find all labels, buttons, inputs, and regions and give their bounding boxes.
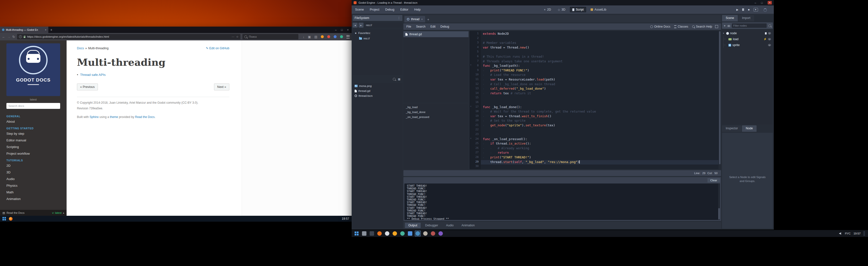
node-search-icon[interactable] [768,24,771,27]
code-line[interactable]: ›print("START THREAD!") [481,156,719,160]
url-input[interactable] [27,35,230,38]
script-icon[interactable] [765,32,767,34]
browser-search-input[interactable] [249,35,297,38]
code-line[interactable] [481,36,719,41]
eye-icon[interactable] [768,32,771,34]
code-line[interactable] [481,128,719,133]
theme-link[interactable]: theme [110,115,118,119]
file-item-mona-png[interactable]: mona.png [352,84,402,89]
code-line[interactable]: # This function runs in a thread! [481,55,719,59]
sphinx-link[interactable]: Sphinx [90,115,99,119]
workspace-3d[interactable]: ◇3D [555,7,568,12]
dock-tab-scene[interactable]: Scene [722,15,738,22]
code-line[interactable]: extends Node2D [481,32,719,36]
godot-minimize-button[interactable]: – [754,1,756,4]
code-line[interactable]: # Threads always take one userdata argum… [481,59,719,64]
taskbar-media-player[interactable] [430,231,436,236]
dock-tab-import[interactable]: Import [738,15,754,22]
code-line[interactable]: ›# Wait for the thread to complete, get … [481,110,719,114]
dock-menu-icon[interactable]: ⋮ [398,16,400,20]
code-line[interactable]: ››return [481,151,719,156]
close-button[interactable]: × [347,28,349,31]
code-line[interactable]: func _on_load_pressed(): [481,137,719,142]
right-clock[interactable]: 19:57 [854,232,861,235]
bookmark-star-icon[interactable]: ☆ [236,35,239,38]
signal-icon[interactable]: ⚡ [764,38,767,40]
scene-node-sprite[interactable]: sprite [722,42,773,48]
code-line[interactable]: ›return tex # return it [481,91,719,96]
function-item--bg-load-done[interactable]: _bg_load_done [403,110,468,114]
code-line[interactable]: ›# Call _bg_load_done on main thread [481,82,719,87]
editor-scrollbar[interactable] [719,31,721,169]
help-link-search-help[interactable]: Search Help [692,25,712,28]
script-menu-debug[interactable]: Debug [440,25,449,28]
code-line[interactable]: ›# Load the resource [481,73,719,77]
code-line[interactable]: var thread = Thread.new() [481,45,719,50]
taskbar-inkscape[interactable] [400,231,405,236]
script-menu-search[interactable]: Search [416,25,425,28]
taskbar-file-manager[interactable] [361,231,367,236]
downloads-icon[interactable]: ↓ [303,35,305,39]
editor-scrollbar-thumb[interactable] [719,31,720,164]
read-the-docs-link[interactable]: Read the Docs [135,115,155,119]
fold-icon[interactable]: ▾ [470,64,471,66]
taskbar-image-viewer[interactable] [384,231,390,236]
edit-on-github-link[interactable]: ✎ Edit on GitHub [206,46,229,50]
code-line[interactable]: ›print("THREAD FUNC!") [481,68,719,73]
browser-search-bar[interactable] [242,34,299,39]
sidebar-item-animation[interactable]: Animation [0,196,67,202]
library-icon[interactable]: ▣ [308,35,311,39]
code-line[interactable] [481,165,719,169]
sidebar-icon[interactable]: ▤ [314,35,317,39]
workspace-2d[interactable]: +2D [541,7,553,12]
play-scene-button[interactable]: ▶ [753,8,758,11]
firefox-taskbar-icon[interactable] [9,217,12,221]
toc-link-thread-safe-apis[interactable]: Thread safe APIs [80,73,106,76]
workspace-assetlib[interactable]: AssetLib [588,7,609,12]
eye-icon[interactable] [768,38,771,40]
code-line[interactable]: ›get_node("sprite").set_texture(tex) [481,123,719,128]
code-line[interactable]: ›# Set to the sprite [481,119,719,123]
bottom-tab-animation[interactable]: Animation [458,223,478,228]
dock-tab-inspector[interactable]: Inspector [722,125,742,132]
scene-node-node[interactable]: ▾node [722,30,773,36]
forward-icon[interactable]: → [7,35,10,39]
scene-tab-close-icon[interactable]: × [421,18,423,21]
filter-nodes-input[interactable] [732,23,767,28]
godot-close-button[interactable]: × [768,1,772,4]
menu-scene[interactable]: Scene [355,8,364,11]
keyboard-layout[interactable]: РУС [845,232,850,235]
code-line[interactable]: func _bg_load_done(): [481,105,719,110]
sidebar-item-physics[interactable]: Physics [0,182,67,189]
code-line[interactable] [481,50,719,55]
taskbar-gimp[interactable] [423,231,428,236]
docs-search-box[interactable] [6,103,60,109]
sidebar-item-scripting[interactable]: Scripting [0,143,67,150]
new-tab-button[interactable]: + [48,28,54,32]
bottom-tab-audio[interactable]: Audio [443,223,457,228]
menu-help[interactable]: Help [414,8,421,11]
stop-button[interactable]: ■ [748,8,750,11]
fs-res-root[interactable]: res:// [352,36,402,41]
output-log[interactable]: START THREAD!THREAD FUNC!START THREAD!TH… [404,184,720,220]
workspace-script[interactable]: Script [570,7,586,12]
sidebar-item-math[interactable]: Math [0,189,67,196]
extension-orange-icon[interactable] [321,35,324,38]
menu-icon[interactable] [346,35,350,38]
bottom-tab-debugger[interactable]: Debugger [422,223,442,228]
fs-forward-button[interactable]: ▸ [359,23,364,28]
code-line[interactable]: # Member variables [481,41,719,45]
expander-icon[interactable]: ▾ [722,32,725,34]
sidebar-item-3d[interactable]: 3D [0,169,67,176]
taskbar-firefox[interactable] [376,231,382,236]
start-menu-icon[interactable] [2,217,6,221]
extension-teal-icon[interactable] [340,35,343,38]
menu-project[interactable]: Project [370,8,379,11]
code-line[interactable]: func _bg_load(path): [481,64,719,68]
bottom-tab-output[interactable]: Output [405,223,421,228]
volume-icon[interactable] [839,232,842,235]
taskbar-start-menu[interactable] [353,231,360,236]
godot-docs-logo[interactable]: GODOT DOCS [6,43,60,96]
dock-tab-node[interactable]: Node [742,125,756,132]
output-scrollbar-thumb[interactable] [718,208,720,220]
